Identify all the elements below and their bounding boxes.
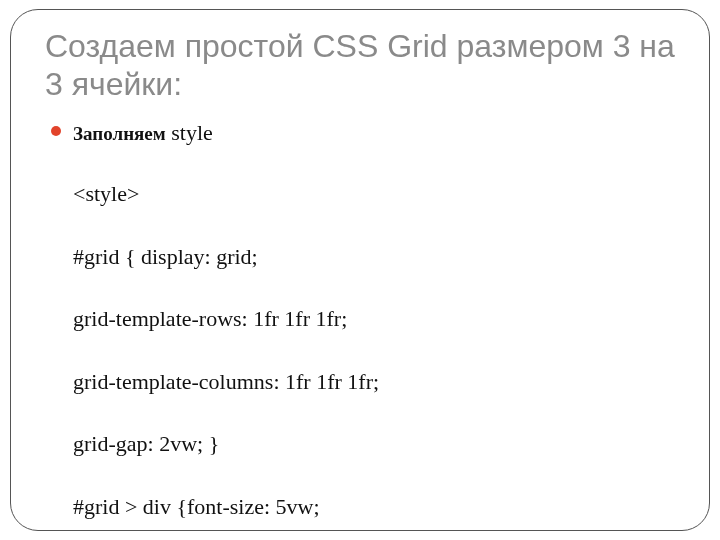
slide-frame: Создаем простой CSS Grid размером 3 на 3… xyxy=(10,9,710,531)
code-line: grid-template-rows: 1fr 1fr 1fr; xyxy=(73,303,675,334)
code-line: grid-template-columns: 1fr 1fr 1fr; xyxy=(73,366,675,397)
slide-title: Создаем простой CSS Grid размером 3 на 3… xyxy=(45,28,675,104)
code-line: #grid { display: grid; xyxy=(73,241,675,272)
code-line: <style> xyxy=(73,178,675,209)
bullet-item: Заполняем style <style> #grid { display:… xyxy=(73,118,675,541)
bullet-lead-rest: style xyxy=(166,120,213,145)
bullet-lead: Заполняем style xyxy=(73,118,675,148)
bullet-icon xyxy=(51,126,61,136)
code-block: <style> #grid { display: grid; grid-temp… xyxy=(73,147,675,540)
bullet-lead-bold: Заполняем xyxy=(73,123,166,144)
code-line: grid-gap: 2vw; } xyxy=(73,428,675,459)
slide-body: Заполняем style <style> #grid { display:… xyxy=(45,118,675,541)
code-line: #grid > div {font-size: 5vw; xyxy=(73,491,675,522)
